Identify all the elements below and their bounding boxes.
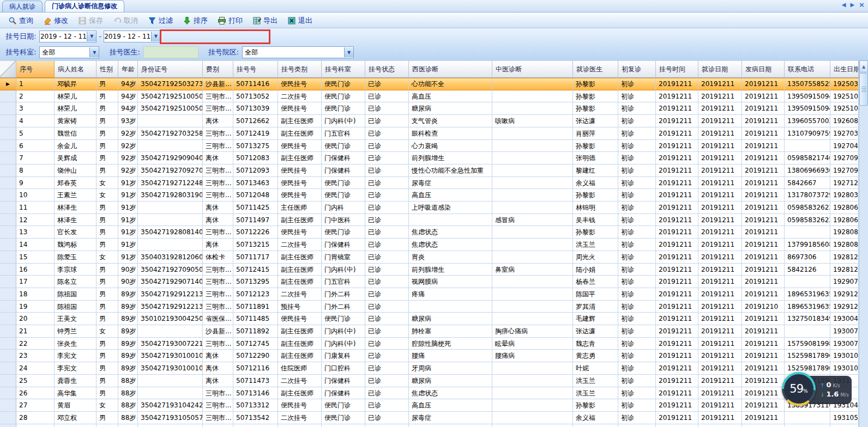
filter-button[interactable]: 过滤 <box>144 15 177 27</box>
table-cell[interactable]: 20191211 <box>656 127 698 140</box>
table-cell[interactable]: 已诊 <box>365 239 409 251</box>
table-cell[interactable]: 焦虑状态 <box>409 226 492 239</box>
table-cell[interactable]: 三明市... <box>203 301 233 313</box>
table-cell[interactable]: 20191211 <box>656 102 698 115</box>
table-cell[interactable]: 离休 <box>203 375 233 387</box>
scrollbar-thumb[interactable] <box>859 73 868 106</box>
table-cell[interactable]: 鼻室病 <box>492 264 573 276</box>
table-cell[interactable]: 已诊 <box>365 189 409 202</box>
table-cell[interactable] <box>138 202 203 214</box>
table-cell[interactable]: 20191211 <box>698 350 742 362</box>
table-cell[interactable]: 17 <box>16 276 55 288</box>
table-cell[interactable]: 焦虑状态 <box>409 387 492 400</box>
table-cell[interactable] <box>492 375 573 387</box>
table-cell[interactable]: 20191211 <box>698 288 742 301</box>
table-cell[interactable]: 已诊 <box>365 387 409 400</box>
row-selector[interactable] <box>0 239 16 251</box>
table-cell[interactable]: 已诊 <box>365 350 409 362</box>
table-cell[interactable]: 初诊 <box>618 301 656 313</box>
table-cell[interactable]: 350427192912213510 <box>138 301 203 313</box>
table-cell[interactable]: 腔隙性脑梗死 <box>409 338 492 350</box>
row-selector[interactable] <box>0 301 16 313</box>
table-cell[interactable]: 已诊 <box>365 226 409 239</box>
table-cell[interactable]: 20191211 <box>742 412 785 424</box>
table-cell[interactable]: 张达濂 <box>573 325 618 338</box>
row-selector[interactable] <box>0 115 16 127</box>
table-cell[interactable]: 20191211 <box>742 313 785 325</box>
table-cell[interactable] <box>492 276 573 288</box>
table-cell[interactable] <box>492 301 573 313</box>
column-header-10[interactable]: 挂号状态 <box>365 60 409 78</box>
table-cell[interactable]: 19280613 <box>830 202 859 214</box>
table-row[interactable]: 16李宗球男90岁350427192709050015三明市...5071241… <box>0 264 859 276</box>
table-cell[interactable]: 初诊 <box>618 90 656 103</box>
table-cell[interactable]: 8 <box>16 164 55 177</box>
table-cell[interactable]: 4 <box>16 115 55 127</box>
table-cell[interactable]: 男 <box>97 226 118 239</box>
table-cell[interactable]: 李宪文 <box>55 362 97 375</box>
table-cell[interactable]: 350427192907140011 <box>138 276 203 288</box>
table-cell[interactable]: 已诊 <box>365 375 409 387</box>
table-row[interactable]: 18陈祖国男89岁350427192912213510三明市...5071212… <box>0 288 859 301</box>
table-cell[interactable]: 20191211 <box>698 301 742 313</box>
table-cell[interactable]: 门中医科 <box>322 214 365 227</box>
table-cell[interactable]: 邓立权 <box>55 412 97 424</box>
table-cell[interactable]: 50712123 <box>233 288 278 301</box>
table-cell[interactable] <box>492 90 573 103</box>
table-cell[interactable]: 7 <box>16 152 55 164</box>
table-cell[interactable]: 慢性心功能不全急性加重 <box>409 164 492 177</box>
column-header-16[interactable]: 就诊日期 <box>698 60 742 78</box>
table-cell[interactable]: 20191211 <box>656 177 698 190</box>
table-cell[interactable]: 洪玉兰 <box>573 375 618 387</box>
table-cell[interactable]: 94岁 <box>118 78 138 90</box>
table-cell[interactable]: 19290714 <box>830 276 859 288</box>
table-cell[interactable]: 离休 <box>203 362 233 375</box>
table-row[interactable]: 22张炎生男89岁350427193007221013三明市...5071274… <box>0 338 859 350</box>
table-cell[interactable]: 糖尿病 <box>409 102 492 115</box>
row-selector[interactable] <box>0 102 16 115</box>
table-cell[interactable]: 孙黎影 <box>573 90 618 103</box>
table-cell[interactable]: 18965319635 <box>785 288 830 301</box>
tab-patient-visit[interactable]: 病人就诊 <box>2 1 43 12</box>
table-cell[interactable]: 已诊 <box>365 276 409 288</box>
table-cell[interactable]: 高血压 <box>409 90 492 103</box>
table-cell[interactable]: 350427192510050018 <box>138 90 203 103</box>
table-cell[interactable]: 350427193105057018 <box>138 412 203 424</box>
table-cell[interactable] <box>492 78 573 90</box>
table-cell[interactable]: 余金儿 <box>55 140 97 152</box>
table-row[interactable]: 19陈祖国男89岁350427192912213510三明市...5071189… <box>0 301 859 313</box>
row-selector[interactable] <box>0 399 16 412</box>
table-cell[interactable]: 19270902 <box>830 152 859 164</box>
table-row[interactable]: 21钟秀兰女89岁沙县新...50711892副主任医师门内科(中)已诊肺栓塞胸… <box>0 325 859 338</box>
table-cell[interactable]: 杨春兰 <box>573 276 618 288</box>
table-cell[interactable]: 副主任医师 <box>278 276 322 288</box>
scroll-up-icon[interactable]: ▲ <box>859 60 868 72</box>
column-header-3[interactable]: 性别 <box>97 60 118 78</box>
table-cell[interactable]: 19291221 <box>830 301 859 313</box>
table-cell[interactable]: 22 <box>16 338 55 350</box>
row-selector-current-icon[interactable]: ▶ <box>0 78 16 90</box>
table-cell[interactable]: 副主任医师 <box>278 115 322 127</box>
table-cell[interactable] <box>492 362 573 375</box>
table-cell[interactable]: 已诊 <box>365 177 409 190</box>
table-cell[interactable]: 魏鸿标 <box>55 239 97 251</box>
table-cell[interactable]: 19280824 <box>830 239 859 251</box>
table-cell[interactable]: 初诊 <box>618 214 656 227</box>
table-cell[interactable]: 13799185608 <box>785 239 830 251</box>
table-cell[interactable]: 14 <box>16 239 55 251</box>
table-cell[interactable]: 陈国平 <box>573 288 618 301</box>
table-cell[interactable]: 已诊 <box>365 301 409 313</box>
table-cell[interactable]: 20191211 <box>742 102 785 115</box>
table-cell[interactable]: 20191211 <box>742 338 785 350</box>
table-cell[interactable]: 离休 <box>203 214 233 227</box>
table-cell[interactable]: 20191211 <box>656 350 698 362</box>
column-header-11[interactable]: 西医诊断 <box>409 60 492 78</box>
table-cell[interactable]: 已诊 <box>365 214 409 227</box>
table-cell[interactable]: 门口腔科 <box>322 362 365 375</box>
table-cell[interactable]: 门保健科 <box>322 375 365 387</box>
table-cell[interactable]: 20191211 <box>698 90 742 103</box>
modify-button[interactable]: 修改 <box>39 15 72 27</box>
table-cell[interactable]: 已诊 <box>365 338 409 350</box>
table-cell[interactable]: 初诊 <box>618 276 656 288</box>
table-cell[interactable]: 88岁 <box>118 387 138 400</box>
